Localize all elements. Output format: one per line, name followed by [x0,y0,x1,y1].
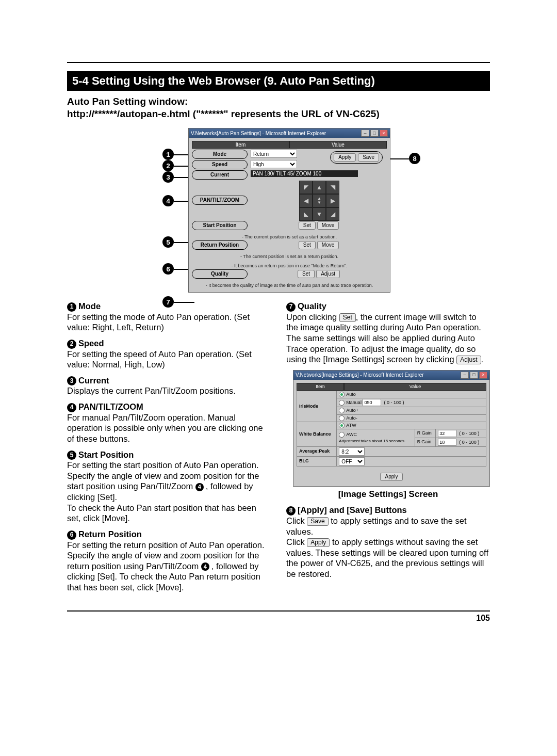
bullet-3: 3 [67,376,76,385]
bullet-4: 4 [67,403,76,412]
subheading: Auto Pan Setting window: [67,96,490,107]
ptz-upleft-icon[interactable]: ◤ [299,181,313,194]
ptz-right-icon[interactable]: ▶ [326,194,339,207]
ptz-up-icon[interactable]: ▲ [313,181,326,194]
start-set-button[interactable]: Set [299,221,316,230]
iris-autoplus-radio[interactable] [339,408,345,413]
callout-1: 1 [162,149,174,160]
save-button[interactable]: Save [358,153,379,162]
col-item: Item [192,141,289,149]
mode-select[interactable]: Return [251,150,297,158]
bullet-2: 2 [67,340,76,349]
bgain-input[interactable] [438,439,456,446]
label-speed: Speed [192,160,248,169]
desc6-head: Return Position [78,529,142,539]
url-line: http://******/autopan-e.html ("******" r… [67,108,490,120]
autopan-window: V.Networks[Auto Pan Settings] - Microsof… [188,128,390,293]
rgain-input[interactable] [438,430,456,437]
desc7-text: Upon clicking Set, the current image wil… [286,312,483,364]
inline-save-button: Save [307,517,328,526]
desc3-text: Displays the current Pan/Tilt/Zoom posit… [67,386,236,395]
bullet-6: 6 [67,530,76,540]
desc4-head: PAN/TILT/ZOOM [78,402,143,411]
ptz-zoom-icon[interactable]: ▲▼ [313,194,326,207]
label-mode: Mode [192,150,248,159]
quality-adjust-button[interactable]: Adjust [316,270,340,278]
callout-8: 8 [409,153,420,164]
img2-apply-button[interactable]: Apply [380,473,402,481]
label-quality: Quality [192,269,248,279]
current-value: PAN 180/ TILT 45/ ZOOM 100 [251,170,358,177]
desc1-head: Mode [78,301,101,311]
inline-ref-4a: 4 [195,483,204,491]
section-title: 5-4 Setting Using the Web Browser (9. Au… [67,71,490,91]
maximize-icon[interactable]: □ [470,372,478,379]
blc-label: BLC [297,457,337,467]
desc5-text: For setting the start position of Auto P… [67,460,259,523]
blc-select[interactable]: OFF [339,457,365,465]
avgpeak-select[interactable]: 8:2 [339,447,365,456]
bullet-5: 5 [67,451,76,460]
callout-6: 6 [162,263,174,275]
window-title: V.Networks[Auto Pan Settings] - Microsof… [191,131,326,136]
bullet-8: 8 [286,506,296,516]
start-note: - The current position is set as a start… [192,234,387,239]
desc2-text: For setting the speed of Auto Pan operat… [67,349,252,369]
desc5-head: Start Position [78,450,134,459]
inline-adjust-button: Adjust [456,356,481,364]
window-titlebar: V.Networks[Auto Pan Settings] - Microsof… [189,128,390,138]
ptz-downleft-icon[interactable]: ◣ [299,207,313,221]
desc7-head: Quality [298,301,326,311]
iris-label: IrisMode [297,391,337,422]
callout-5: 5 [162,236,174,248]
img2-caption: [Image Settings] Screen [286,489,490,500]
bullet-7: 7 [286,302,296,312]
ptz-grid: ◤ ▲ ◥ ◀ ▲▼ ▶ ◣ ▼ ◢ [251,181,387,220]
label-ptz: PAN/TILT/ZOOM [192,196,248,205]
wb-atw-radio[interactable] [339,423,345,428]
desc3-head: Current [78,376,109,385]
return-move-button[interactable]: Move [317,241,339,249]
maximize-icon[interactable]: □ [370,130,379,137]
callout-3: 3 [162,171,174,183]
desc8-text: Click Save to apply settings and to save… [286,516,488,578]
image-settings-window: V.Networks[Image Settings] - Microsoft I… [293,370,490,487]
start-move-button[interactable]: Move [317,221,339,230]
quality-note: - It becomes the quality of image at the… [192,283,387,288]
desc1-text: For setting the mode of Auto Pan operati… [67,312,250,332]
minimize-icon[interactable]: – [461,372,469,379]
desc2-head: Speed [78,339,104,348]
return-note2: - It becomes an return position in case … [192,263,387,268]
ptz-upright-icon[interactable]: ◥ [326,181,339,194]
label-start-position: Start Position [192,221,248,230]
callout-7: 7 [162,296,174,308]
desc6-text: For setting the return position of Auto … [67,540,265,592]
close-icon[interactable]: × [380,130,388,137]
iris-manual-radio[interactable] [339,400,345,406]
iris-auto-radio[interactable] [339,392,345,397]
ptz-down-icon[interactable]: ▼ [313,207,326,221]
apply-save-group: Apply Save [330,151,383,164]
iris-manual-input[interactable] [363,399,381,406]
minimize-icon[interactable]: – [361,130,369,137]
ptz-left-icon[interactable]: ◀ [299,194,313,207]
apply-button[interactable]: Apply [334,153,356,162]
return-set-button[interactable]: Set [299,241,316,249]
desc4-text: For manual Pan/Tilt/Zoom operation. Manu… [67,413,263,443]
col-value: Value [289,141,387,149]
desc8-head: [Apply] and [Save] Buttons [298,505,407,514]
callout-4: 4 [162,195,174,206]
speed-select[interactable]: High [251,160,297,168]
img2-col-item: Item [297,383,344,391]
inline-apply-button: Apply [307,538,330,547]
img2-titlebar: V.Networks[Image Settings] - Microsoft I… [293,371,489,380]
wb-awc-radio[interactable] [339,432,345,438]
page-number: 105 [67,614,490,623]
label-return-position: Return Position [192,240,248,250]
close-icon[interactable]: × [479,372,487,379]
ptz-downright-icon[interactable]: ◢ [326,207,339,221]
label-current: Current [192,170,248,180]
callout-2: 2 [162,160,174,171]
quality-set-button[interactable]: Set [298,270,315,278]
iris-autominus-radio[interactable] [339,415,345,421]
